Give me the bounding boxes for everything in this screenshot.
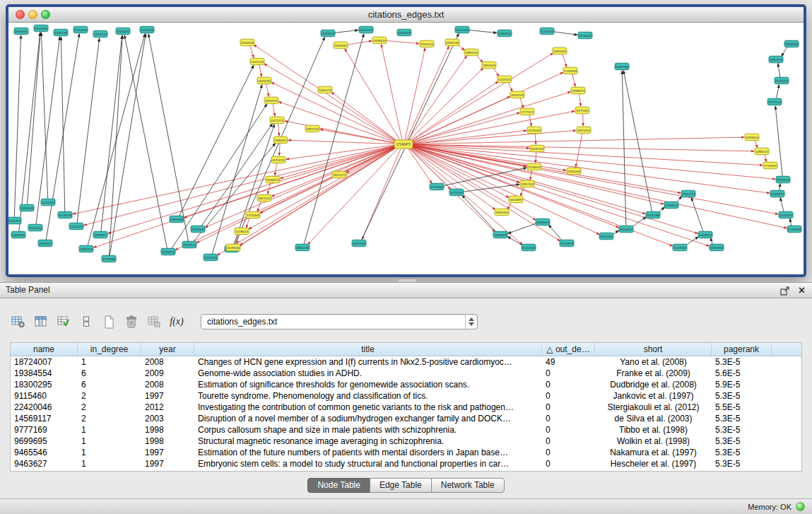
graph-edge[interactable] — [408, 146, 495, 210]
graph-edge[interactable] — [572, 74, 575, 87]
column-header-3[interactable]: title — [194, 343, 542, 356]
graph-node[interactable]: 19273752 — [767, 98, 782, 105]
graph-node[interactable]: 21247447 — [69, 223, 83, 230]
graph-node[interactable]: 18072541 — [257, 194, 271, 201]
graph-edge[interactable] — [108, 145, 399, 233]
graph-edge[interactable] — [266, 84, 269, 97]
graph-node[interactable]: 20360561 — [14, 28, 28, 35]
graph-edge[interactable] — [548, 225, 563, 241]
graph-node[interactable]: 15024419 — [775, 77, 789, 84]
graph-node[interactable]: 19261274 — [681, 190, 695, 197]
graph-edge[interactable] — [273, 104, 275, 116]
graph-node[interactable]: 15013105 — [191, 226, 205, 233]
graph-edge[interactable] — [201, 124, 273, 226]
graph-edge[interactable] — [250, 45, 254, 57]
table-row[interactable]: 911546021997Tourette syndrome. Phenomeno… — [11, 390, 801, 402]
column-header-4[interactable]: △ out_de… — [542, 343, 595, 356]
graph-node[interactable]: 16054997 — [509, 196, 523, 203]
graph-node[interactable]: 15520391 — [34, 25, 48, 32]
graph-node[interactable]: 12021243 — [250, 58, 264, 65]
graph-edge[interactable] — [259, 65, 261, 77]
graph-edge[interactable] — [529, 115, 531, 127]
graph-edge[interactable] — [385, 40, 419, 43]
graph-node[interactable]: 16040294 — [257, 77, 271, 84]
graph-node[interactable]: 14522908 — [140, 26, 154, 33]
table-row[interactable]: 946362711997Embryonic stem cells: a mode… — [11, 458, 801, 469]
graph-node[interactable]: 18265008 — [20, 204, 34, 211]
network-canvas[interactable]: 2036056115520391104812341755480912610155… — [8, 23, 804, 274]
graph-node[interactable]: 15457404 — [522, 244, 536, 251]
graph-node[interactable]: 15196024 — [235, 228, 249, 235]
graph-node[interactable]: 17703301 — [763, 162, 777, 169]
graph-node[interactable]: 17554809 — [73, 26, 88, 33]
graph-edge[interactable] — [28, 33, 41, 204]
graph-node[interactable]: 16959942 — [776, 176, 790, 183]
graph-edge[interactable] — [101, 35, 122, 231]
graph-node[interactable]: 12365416 — [498, 30, 512, 37]
graph-node[interactable]: 18544208 — [240, 39, 254, 46]
graph-node[interactable]: 16643807 — [397, 29, 411, 36]
graph-node[interactable]: 15958160 — [745, 134, 759, 141]
graph-node[interactable]: 14850404 — [553, 47, 567, 54]
graph-node[interactable]: 20059347 — [38, 240, 52, 247]
graph-node[interactable]: 15858161 — [698, 231, 712, 238]
graph-node[interactable]: 19575011 — [577, 127, 591, 134]
graph-node[interactable]: 21106710 — [8, 217, 21, 224]
graph-edge[interactable] — [782, 47, 788, 57]
tab-network-table[interactable]: Network Table — [431, 478, 505, 493]
zoom-window-button[interactable] — [41, 10, 50, 19]
graph-edge[interactable] — [246, 218, 249, 228]
graph-edge[interactable] — [691, 198, 703, 232]
graph-edge[interactable] — [507, 237, 524, 246]
table-row[interactable]: 1938455462009Genome-wide association stu… — [11, 368, 801, 379]
graph-node[interactable]: 16510332 — [599, 233, 613, 240]
graph-node[interactable]: 17554300 — [430, 183, 444, 190]
graph-node[interactable]: 18185500 — [455, 26, 469, 33]
close-panel-icon[interactable]: × — [799, 283, 805, 298]
graph-edge[interactable] — [790, 218, 792, 226]
graph-edge[interactable] — [275, 163, 277, 175]
graph-edge[interactable] — [409, 144, 754, 151]
graph-node[interactable]: 12865022 — [755, 148, 769, 155]
graph-node[interactable]: 12223530 — [204, 254, 218, 261]
graph-edge[interactable] — [218, 146, 399, 256]
graph-edge[interactable] — [535, 134, 536, 144]
graph-edge[interactable] — [631, 217, 646, 228]
graph-node[interactable]: 18946954 — [784, 40, 799, 47]
table-row[interactable]: 1456911722003Disruption of a novel membe… — [11, 413, 801, 424]
graph-node[interactable]: 16461219 — [318, 86, 332, 93]
graph-edge[interactable] — [579, 94, 581, 106]
graph-edge[interactable] — [778, 64, 780, 77]
graph-node[interactable]: 14732588 — [646, 211, 660, 218]
graph-node[interactable]: 15124554 — [540, 28, 554, 35]
table-row[interactable]: 946554611997Estimation of the future num… — [11, 447, 801, 458]
network-graph[interactable]: 2036056115520391104812341755480912610155… — [8, 23, 804, 274]
graph-edge[interactable] — [304, 34, 364, 244]
graph-edge[interactable] — [61, 37, 65, 211]
graph-node[interactable]: 14872009 — [352, 240, 366, 247]
show-columns-icon[interactable] — [33, 313, 49, 330]
graph-edge[interactable] — [563, 54, 567, 66]
graph-node[interactable]: 18544007 — [619, 226, 633, 233]
tab-node-table[interactable]: Node Table — [307, 478, 370, 493]
graph-edge[interactable] — [77, 38, 100, 223]
graph-edge[interactable] — [779, 184, 780, 191]
graph-node[interactable]: 15950670 — [161, 248, 175, 255]
graph-edge[interactable] — [175, 146, 399, 250]
graph-edge[interactable] — [409, 145, 787, 228]
graph-edge[interactable] — [406, 46, 449, 141]
graph-node[interactable]: 18563705 — [264, 97, 278, 104]
graph-edge[interactable] — [623, 71, 652, 211]
graph-edge[interactable] — [408, 146, 536, 220]
graph-edge[interactable] — [278, 124, 279, 136]
graph-node[interactable]: 18839057 — [93, 231, 107, 238]
column-header-6[interactable]: pagerank — [712, 343, 772, 356]
graph-node[interactable]: 12203241 — [498, 76, 512, 83]
table-row[interactable]: 2242004622012Investigating the contribut… — [11, 402, 801, 413]
graph-edge[interactable] — [583, 114, 584, 126]
delete-table-icon[interactable] — [123, 313, 140, 330]
function-builder-icon[interactable]: f(x) — [168, 313, 185, 330]
graph-node[interactable]: 20733721 — [271, 156, 286, 163]
graph-node[interactable]: 18957523 — [520, 180, 534, 187]
graph-edge[interactable] — [196, 146, 399, 243]
